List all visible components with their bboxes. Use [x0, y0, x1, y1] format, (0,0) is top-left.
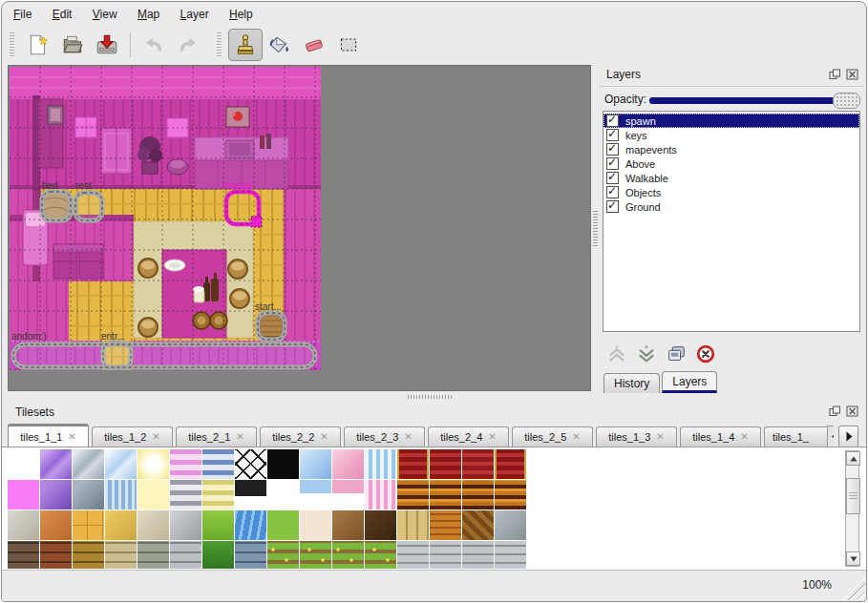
tileset-tile[interactable] — [40, 449, 72, 479]
delete-layer-button[interactable] — [694, 343, 717, 365]
close-tab-icon[interactable] — [404, 432, 412, 442]
tileset-tile[interactable] — [105, 449, 137, 479]
close-panel-icon[interactable] — [846, 69, 858, 80]
tileset-tile[interactable] — [495, 541, 526, 569]
object-resize-handle[interactable] — [251, 217, 262, 227]
tileset-tile[interactable] — [138, 449, 169, 479]
tileset-tile[interactable] — [267, 480, 299, 509]
opacity-slider[interactable] — [649, 91, 860, 110]
tileset-tile[interactable] — [202, 480, 234, 509]
tileset-tile[interactable] — [495, 449, 526, 479]
tileset-tile[interactable] — [332, 449, 364, 479]
opacity-track[interactable] — [649, 97, 858, 104]
tileset-tile[interactable] — [300, 449, 331, 479]
tileset-tile[interactable] — [138, 541, 169, 569]
layer-row-mapevents[interactable]: mapevents — [603, 142, 859, 156]
menu-help[interactable]: Help — [229, 8, 253, 21]
tileset-tile[interactable] — [430, 480, 461, 509]
layer-visibility-checkbox[interactable] — [606, 143, 619, 156]
map-object-bed[interactable] — [42, 192, 71, 220]
tileset-tile[interactable] — [462, 510, 494, 540]
tileset-tile[interactable] — [235, 541, 266, 569]
layer-row-keys[interactable]: keys — [603, 128, 859, 142]
layer-visibility-checkbox[interactable] — [606, 172, 619, 184]
scroll-tabs-right-button[interactable] — [838, 426, 858, 447]
tileset-tile[interactable] — [202, 510, 234, 540]
tileset-grid[interactable] — [8, 449, 528, 569]
layer-row-objects[interactable]: Objects — [603, 185, 859, 199]
tileset-tile[interactable] — [332, 480, 364, 509]
tileset-tile[interactable] — [235, 449, 266, 479]
tileset-tile[interactable] — [300, 541, 331, 569]
map-canvas[interactable]: bed rest mikhail start... entr... andom:… — [8, 65, 591, 391]
scroll-tabs-left-button[interactable] — [827, 426, 834, 447]
save-map-button[interactable] — [90, 29, 124, 61]
tileset-tile[interactable] — [40, 541, 72, 569]
tileset-tab-tiles_1_3[interactable]: tiles_1_3 — [596, 426, 677, 447]
close-tab-icon[interactable] — [68, 432, 75, 442]
menu-edit[interactable]: Edit — [53, 8, 73, 21]
tileset-tile[interactable] — [105, 541, 137, 569]
map-object-random[interactable] — [13, 344, 315, 367]
tileset-tile[interactable] — [73, 449, 104, 479]
tileset-tile[interactable] — [495, 510, 526, 540]
tileset-tile[interactable] — [300, 480, 331, 509]
menu-map[interactable]: Map — [138, 8, 159, 21]
close-tab-icon[interactable] — [488, 432, 496, 442]
layer-visibility-checkbox[interactable] — [606, 157, 619, 170]
tileset-tile[interactable] — [300, 510, 331, 540]
tileset-tab-tiles_1_2[interactable]: tiles_1_2 — [92, 426, 173, 447]
layer-row-walkable[interactable]: Walkable — [603, 171, 859, 185]
tileset-tile[interactable] — [397, 480, 429, 509]
menu-layer[interactable]: Layer — [180, 8, 209, 21]
tileset-tile[interactable] — [462, 541, 494, 569]
lower-layer-button[interactable] — [635, 343, 658, 365]
stamp-tool-button[interactable] — [228, 29, 263, 61]
opacity-handle[interactable] — [833, 93, 860, 109]
tileset-tile[interactable] — [332, 510, 364, 540]
tileset-tile[interactable] — [73, 541, 104, 569]
menu-view[interactable]: View — [93, 8, 117, 21]
layer-list[interactable]: spawn keys mapevents Above Walkable Obje… — [603, 111, 860, 332]
layer-row-spawn[interactable]: spawn — [603, 114, 859, 128]
layer-visibility-checkbox[interactable] — [606, 129, 619, 141]
close-panel-icon[interactable] — [846, 405, 858, 417]
tileset-tab-tiles_2_5[interactable]: tiles_2_5 — [512, 426, 593, 447]
close-tab-icon[interactable] — [740, 432, 748, 442]
tileset-tile[interactable] — [430, 449, 461, 479]
tileset-tile[interactable] — [397, 541, 429, 569]
layer-visibility-checkbox[interactable] — [606, 200, 619, 213]
map-object-start[interactable] — [258, 313, 285, 340]
map-object-rest[interactable] — [75, 193, 102, 220]
tileset-scrollbar[interactable] — [845, 450, 859, 567]
close-tab-icon[interactable] — [320, 432, 328, 442]
fill-tool-button[interactable] — [263, 29, 297, 61]
menu-file[interactable]: File — [13, 8, 32, 21]
tileset-tile[interactable] — [267, 510, 299, 540]
redo-button[interactable] — [171, 29, 205, 61]
tileset-tile[interactable] — [105, 510, 137, 540]
eraser-tool-button[interactable] — [297, 29, 331, 61]
tileset-tile[interactable] — [8, 449, 39, 479]
tileset-tile[interactable] — [462, 480, 494, 509]
undo-button[interactable] — [137, 29, 171, 61]
toolbar-drag-handle[interactable] — [10, 32, 14, 57]
horizontal-splitter[interactable] — [2, 393, 866, 401]
tileset-tab-tiles_2_2[interactable]: tiles_2_2 — [260, 426, 341, 447]
tileset-tile[interactable] — [202, 449, 234, 479]
tileset-tab-tiles_2_1[interactable]: tiles_2_1 — [176, 426, 257, 447]
tileset-tile[interactable] — [397, 510, 429, 540]
tileset-tile[interactable] — [40, 510, 72, 540]
close-tab-icon[interactable] — [152, 432, 159, 442]
tileset-tile[interactable] — [267, 541, 299, 569]
tileset-tab-tiles_2_3[interactable]: tiles_2_3 — [344, 426, 425, 447]
open-map-button[interactable] — [55, 29, 90, 61]
close-tab-icon[interactable] — [236, 432, 243, 442]
new-map-button[interactable] — [21, 29, 55, 61]
tileset-tile[interactable] — [397, 449, 429, 479]
layer-visibility-checkbox[interactable] — [606, 186, 619, 198]
tileset-tile[interactable] — [170, 510, 201, 540]
tileset-tile[interactable] — [8, 480, 39, 509]
tileset-tile[interactable] — [138, 480, 169, 509]
tileset-tile[interactable] — [235, 480, 266, 509]
